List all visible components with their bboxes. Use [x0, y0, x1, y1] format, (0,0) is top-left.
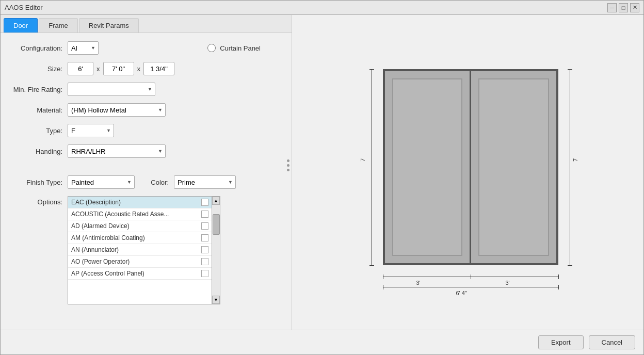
- curtain-panel-label: Curtain Panel: [220, 44, 261, 52]
- dim-tick-left-left: [383, 275, 383, 279]
- right-panel: 7 7 3' 3' 6: [292, 15, 643, 330]
- option-label: AO (Power Operator): [71, 258, 130, 265]
- configuration-select[interactable]: Al B C: [68, 41, 99, 55]
- dot-3: [287, 169, 289, 171]
- scroll-track: [212, 205, 220, 296]
- size-depth-input[interactable]: [143, 62, 174, 75]
- dim-label-height-left: 7: [360, 158, 366, 162]
- list-item[interactable]: EAC (Description): [68, 197, 212, 208]
- fire-rating-label: Min. Fire Rating:: [11, 86, 62, 93]
- maximize-button[interactable]: □: [619, 3, 628, 12]
- option-checkbox[interactable]: [201, 258, 208, 265]
- configuration-row: Configuration: Al B C Curtain Panel: [11, 41, 281, 55]
- list-item[interactable]: AD (Alarmed Device): [68, 220, 212, 232]
- left-panel: Door Frame Revit Params Configuration: A…: [1, 15, 292, 330]
- color-select-wrap: Prime White Black: [174, 175, 236, 189]
- fire-rating-row: Min. Fire Rating: 20 min 45 min 60 min 9…: [11, 83, 281, 96]
- handing-label: Handing:: [11, 148, 62, 155]
- fire-rating-select-wrap: 20 min 45 min 60 min 90 min: [68, 83, 155, 96]
- option-checkbox[interactable]: [201, 199, 208, 206]
- export-button[interactable]: Export: [538, 335, 584, 349]
- dim-line-total: [383, 287, 558, 287]
- options-row: Options: EAC (Description) ACOUSTIC (Aco…: [11, 196, 281, 304]
- scroll-down-button[interactable]: ▼: [212, 296, 220, 304]
- option-checkbox[interactable]: [201, 234, 208, 241]
- title-bar: AAOS Editor ─ □ ✕: [1, 1, 643, 15]
- dim-tick-total-right: [558, 285, 559, 289]
- dim-tick-top-right: [568, 69, 572, 70]
- handing-row: Handing: RHRA/LHR LHA/RHLR: [11, 144, 281, 158]
- option-label: ACOUSTIC (Acoustic Rated Asse...: [71, 211, 169, 218]
- size-width-input[interactable]: [68, 62, 93, 75]
- option-checkbox[interactable]: [201, 222, 208, 230]
- options-label: Options:: [11, 196, 62, 206]
- size-height-input[interactable]: [103, 62, 134, 75]
- dim-tick-left-right: [471, 275, 471, 279]
- dim-tick-bottom-left: [369, 265, 374, 266]
- door-left-panel: [385, 71, 472, 263]
- curtain-panel-radio[interactable]: [207, 44, 216, 52]
- option-checkbox[interactable]: [201, 211, 208, 218]
- option-label: AN (Annunciator): [71, 246, 119, 253]
- dim-label-width-left: 3': [416, 280, 421, 286]
- scroll-up-button[interactable]: ▲: [212, 197, 220, 205]
- tab-frame[interactable]: Frame: [39, 18, 78, 33]
- handing-select-wrap: RHRA/LHR LHA/RHLR: [68, 144, 166, 158]
- type-row: Type: F G H: [11, 124, 281, 137]
- size-sep-2: x: [137, 65, 141, 73]
- type-select[interactable]: F G H: [68, 124, 114, 137]
- configuration-select-wrap: Al B C: [68, 41, 99, 55]
- option-checkbox[interactable]: [201, 246, 208, 253]
- door-panel-inner-left: [392, 78, 463, 256]
- dim-line-width-right: [471, 277, 558, 277]
- options-list-wrap: EAC (Description) ACOUSTIC (Acoustic Rat…: [68, 196, 281, 304]
- size-inputs: x x: [68, 62, 174, 75]
- tab-revit-params[interactable]: Revit Params: [79, 18, 139, 33]
- main-content: Door Frame Revit Params Configuration: A…: [1, 15, 643, 330]
- list-item[interactable]: AP (Access Control Panel): [68, 268, 212, 280]
- configuration-label: Configuration:: [11, 44, 62, 52]
- close-button[interactable]: ✕: [630, 3, 639, 12]
- fire-rating-select[interactable]: 20 min 45 min 60 min 90 min: [68, 83, 155, 96]
- handing-select[interactable]: RHRA/LHR LHA/RHLR: [68, 144, 166, 158]
- window-controls: ─ □ ✕: [607, 3, 639, 12]
- list-item[interactable]: ACOUSTIC (Acoustic Rated Asse...: [68, 208, 212, 220]
- type-label: Type:: [11, 127, 62, 135]
- option-label: EAC (Description): [71, 199, 121, 206]
- scroll-thumb[interactable]: [213, 214, 220, 235]
- material-row: Material: (HM) Hollow Metal Wood Aluminu…: [11, 103, 281, 117]
- bottom-bar: Export Cancel: [1, 330, 643, 354]
- divider-dots: [287, 159, 289, 171]
- door-panel-inner-right: [478, 78, 549, 256]
- color-label: Color:: [143, 179, 169, 186]
- color-select[interactable]: Prime White Black: [174, 175, 236, 189]
- form-area: Configuration: Al B C Curtain Panel: [1, 33, 292, 330]
- dim-tick-top-left: [369, 69, 374, 70]
- type-select-wrap: F G H: [68, 124, 114, 137]
- finish-type-select-wrap: Painted Galvanized Primed: [68, 175, 135, 189]
- dim-tick-right-right: [558, 275, 559, 279]
- tab-bar: Door Frame Revit Params: [1, 15, 292, 33]
- finish-type-select[interactable]: Painted Galvanized Primed: [68, 175, 135, 189]
- list-item[interactable]: AM (Antimicrobial Coating): [68, 232, 212, 244]
- finish-type-label: Finish Type:: [11, 179, 62, 186]
- size-sep-1: x: [96, 65, 100, 73]
- dim-tick-total-left: [383, 285, 383, 289]
- tab-door[interactable]: Door: [4, 18, 38, 33]
- cancel-button[interactable]: Cancel: [589, 335, 635, 349]
- dot-2: [287, 164, 289, 167]
- material-select[interactable]: (HM) Hollow Metal Wood Aluminum: [68, 103, 166, 117]
- dim-line-width-left: [383, 277, 471, 277]
- options-scrollbar[interactable]: ▲ ▼: [212, 196, 220, 304]
- option-label: AM (Antimicrobial Coating): [71, 234, 145, 241]
- main-window: AAOS Editor ─ □ ✕ Door Frame Revit Param…: [0, 0, 644, 355]
- material-label: Material:: [11, 106, 62, 114]
- minimize-button[interactable]: ─: [607, 3, 617, 12]
- option-checkbox[interactable]: [201, 270, 208, 277]
- dim-line-height-left: [372, 69, 372, 265]
- door-right-panel: [471, 71, 556, 263]
- size-label: Size:: [11, 65, 62, 73]
- dim-label-height-right: 7: [572, 158, 578, 162]
- list-item[interactable]: AN (Annunciator): [68, 244, 212, 256]
- list-item[interactable]: AO (Power Operator): [68, 256, 212, 268]
